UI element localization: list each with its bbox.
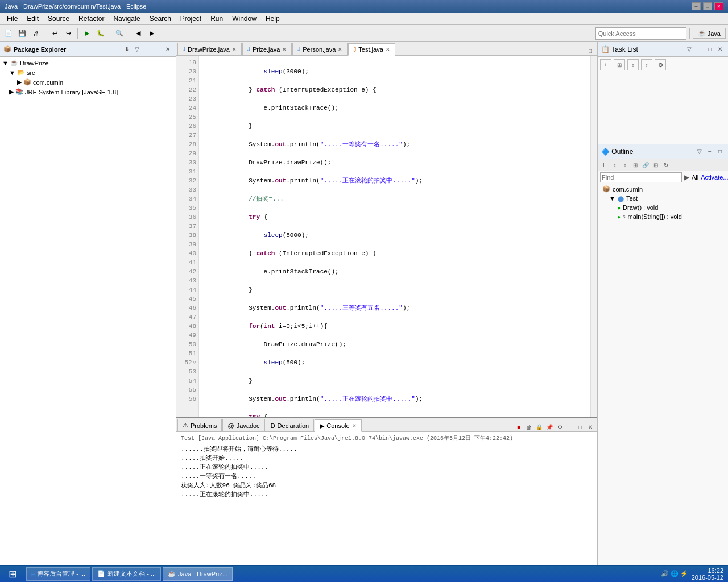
menu-source[interactable]: Source [43,14,74,24]
menu-navigate[interactable]: Navigate [109,14,144,24]
outline-item-draw-method[interactable]: ● Draw() : void [598,203,728,212]
console-close-button[interactable]: ✕ [586,422,595,431]
tab-prize[interactable]: J Prize.java ✕ [242,43,292,55]
menu-search[interactable]: Search [145,14,176,24]
editor-tabs: J DrawPrize.java ✕ J Prize.java ✕ J Pers… [176,42,597,56]
outline-max-button[interactable]: □ [715,147,725,156]
console-stop-button[interactable]: ■ [514,422,523,431]
maximize-button[interactable]: □ [703,2,712,10]
task-filter-button[interactable]: ⊞ [614,59,625,70]
editor-min-button[interactable]: − [576,46,585,55]
tab-declaration[interactable]: D Declaration [266,419,315,431]
outline-item-comcumin[interactable]: 📦 com.cumin [598,184,728,194]
tab-close-person[interactable]: ✕ [338,47,342,52]
activate-label[interactable]: Activate... [701,174,728,181]
menu-window[interactable]: Window [228,14,261,24]
code-area[interactable]: sleep(3000); } catch (InterruptedExcepti… [199,56,590,417]
menu-refactor[interactable]: Refactor [74,14,109,24]
tree-item-src[interactable]: ▼ 📂 src [0,68,176,77]
tree-item-drawprize[interactable]: ▼ ☕ DrawPrize [0,58,176,68]
outline-find-input[interactable] [600,172,682,182]
taskbar-item-browser[interactable]: e 博客后台管理 - ... [26,567,90,581]
editor-max-button[interactable]: □ [586,46,595,55]
console-tab-close[interactable]: ✕ [352,423,357,429]
task-collapse-button[interactable]: ↕ [627,59,639,70]
pkg-close-button[interactable]: ✕ [163,45,172,54]
outline-hide-fields[interactable]: F [600,160,609,169]
tb-print-button[interactable]: 🖨 [30,27,42,40]
task-close-button[interactable]: ✕ [715,45,725,54]
menu-file[interactable]: File [2,14,22,24]
menu-edit[interactable]: Edit [22,14,43,24]
tab-test[interactable]: J Test.java ✕ [348,43,395,56]
task-max-button[interactable]: □ [705,45,714,54]
task-settings-button[interactable]: ⚙ [655,59,666,70]
outline-collapse-button[interactable]: ⊞ [631,160,640,169]
tb-save-button[interactable]: 💾 [16,27,28,40]
code-line-36: } [204,376,586,385]
tb-undo-button[interactable]: ↩ [48,27,61,40]
console-max-button[interactable]: □ [576,422,585,431]
pkg-menu-button[interactable]: ▽ [133,45,142,54]
outline-sync-button[interactable]: ↻ [661,160,671,169]
console-clear-button[interactable]: 🗑 [524,422,533,431]
task-menu-button[interactable]: ▽ [685,45,694,54]
tb-debug-button[interactable]: 🐛 [94,27,107,40]
tree-item-comcumin[interactable]: ▶ 📦 com.cumin [0,77,176,87]
tab-person[interactable]: J Person.java ✕ [292,43,348,55]
tb-separator-3 [110,28,110,39]
tab-close-prize[interactable]: ✕ [282,47,287,52]
outline-item-test-class[interactable]: ▼ ⬤ Test [598,194,728,203]
menubar: File Edit Source Refactor Navigate Searc… [0,13,728,25]
menu-project[interactable]: Project [176,14,206,24]
console-settings[interactable]: ⚙ [555,422,564,431]
menu-help[interactable]: Help [261,14,284,24]
tab-drawprize[interactable]: J DrawPrize.java ✕ [177,43,242,55]
tab-problems[interactable]: ⚠ Problems [177,419,222,431]
tab-close-drawprize[interactable]: ✕ [232,47,237,52]
bottom-tab-controls: ■ 🗑 🔒 📌 ⚙ − □ ✕ [514,422,597,431]
outline-filter-button[interactable]: ⊞ [651,160,660,169]
outline-min-button[interactable]: − [705,147,714,156]
tab-close-test[interactable]: ✕ [386,47,390,52]
tb-separator-2 [77,28,78,39]
minimize-button[interactable]: – [692,2,701,10]
close-button[interactable]: ✕ [714,2,723,10]
task-sort-button[interactable]: ↕ [641,59,652,70]
outline-menu-button[interactable]: ▽ [695,147,704,156]
tree-item-jre[interactable]: ▶ 📚 JRE System Library [JavaSE-1.8] [0,87,176,97]
tb-java-perspective[interactable]: ☕ Java [693,28,726,39]
expand-icon: ▼ [9,69,15,76]
tb-prev-button[interactable]: ◀ [132,27,144,40]
outline-link-button[interactable]: 🔗 [641,160,650,169]
task-add-button[interactable]: + [600,59,611,70]
pkg-max-button[interactable]: □ [153,45,162,54]
console-min-button[interactable]: − [565,422,574,431]
quick-access-input[interactable] [595,27,686,40]
code-editor[interactable]: 1920212223 2425262728 2930313233 3435363… [176,56,597,417]
menu-run[interactable]: Run [206,14,228,24]
tb-redo-button[interactable]: ↪ [62,27,75,40]
package-explorer-icon: 📦 [3,45,11,53]
pkg-min-button[interactable]: − [143,45,152,54]
pkg-collapse-button[interactable]: ⬇ [122,45,131,54]
outline-expand-button[interactable]: ↕ [621,160,630,169]
console-pin-button[interactable]: 📌 [545,422,554,431]
outline-item-main-method[interactable]: ● s main(String[]) : void [598,212,728,221]
tb-run-button[interactable]: ▶ [81,27,93,40]
code-line-19: sleep(3000); [204,67,586,76]
taskbar-item-notepad[interactable]: 📄 新建文本文档 - ... [92,567,161,581]
start-button[interactable]: ⊞ [2,567,23,581]
clock: 16:22 2016-05-12 [692,567,723,581]
tab-javadoc[interactable]: @ Javadoc [222,419,264,431]
tab-console[interactable]: ▶ Console ✕ [315,419,361,432]
taskbar-item-eclipse[interactable]: ☕ Java - DrawPriz... [163,567,233,581]
editor-scrollbar[interactable] [590,56,597,417]
task-min-button[interactable]: − [695,45,704,54]
outline-sort-button[interactable]: ↕ [610,160,619,169]
console-scroll-lock[interactable]: 🔒 [535,422,544,431]
tb-new-button[interactable]: 📄 [2,27,15,40]
tb-search-button[interactable]: 🔍 [113,27,126,40]
tb-next-button[interactable]: ▶ [146,27,158,40]
console-line-6: .....正在滚轮的抽奖中..... [181,490,593,499]
